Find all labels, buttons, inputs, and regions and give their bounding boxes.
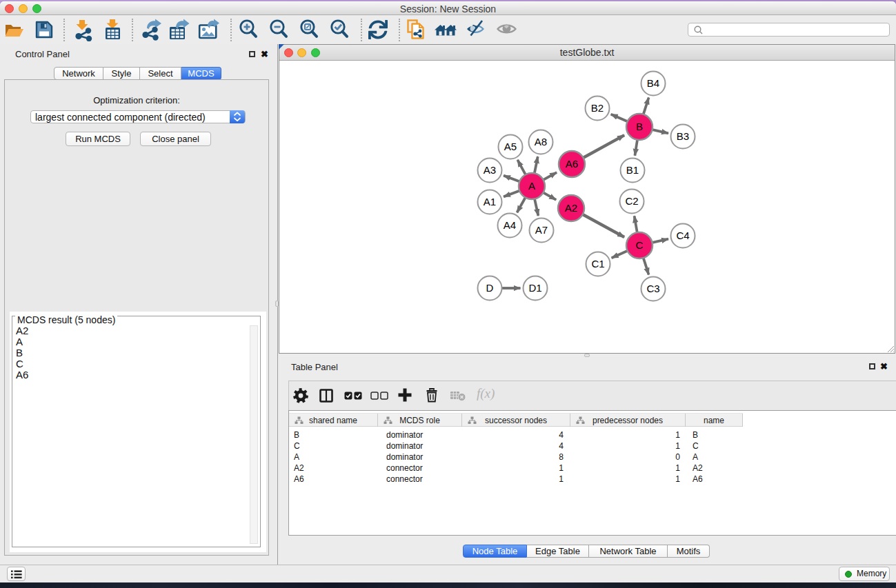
svg-text:C3: C3 bbox=[646, 283, 659, 294]
svg-text:B2: B2 bbox=[591, 102, 604, 114]
svg-text:A3: A3 bbox=[484, 164, 496, 176]
svg-text:C1: C1 bbox=[591, 258, 604, 270]
svg-text:C2: C2 bbox=[625, 195, 638, 207]
svg-text:D1: D1 bbox=[528, 282, 541, 294]
svg-text:B3: B3 bbox=[677, 130, 689, 142]
svg-text:A4: A4 bbox=[504, 219, 516, 231]
svg-text:A6: A6 bbox=[566, 158, 578, 170]
svg-text:A2: A2 bbox=[565, 202, 577, 214]
svg-text:B4: B4 bbox=[647, 77, 659, 89]
svg-text:D: D bbox=[486, 282, 494, 294]
svg-text:A: A bbox=[528, 180, 535, 192]
svg-text:C4: C4 bbox=[676, 230, 689, 241]
svg-text:B1: B1 bbox=[626, 164, 639, 176]
svg-text:A1: A1 bbox=[484, 196, 496, 207]
svg-text:A7: A7 bbox=[535, 224, 548, 236]
svg-text:A8: A8 bbox=[535, 136, 547, 148]
svg-text:C: C bbox=[636, 239, 644, 251]
svg-text:B: B bbox=[636, 121, 643, 132]
svg-text:A5: A5 bbox=[504, 141, 517, 152]
